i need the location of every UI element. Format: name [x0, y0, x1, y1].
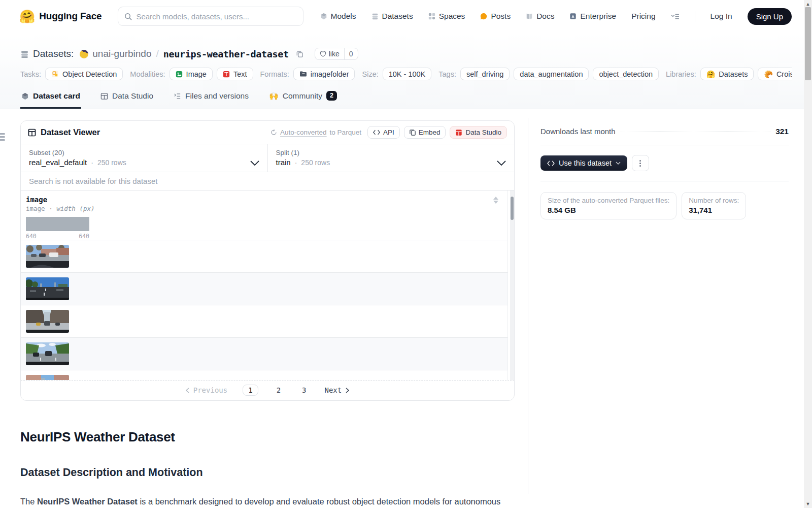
docs-icon: [526, 13, 533, 20]
chevron-right-icon: [346, 388, 349, 393]
table-scrollbar-thumb[interactable]: [511, 197, 514, 220]
tab-dataset-card[interactable]: Dataset card: [20, 87, 81, 109]
column-subtype: width (px): [56, 205, 94, 212]
nav-enterprise-label: Enterprise: [580, 12, 616, 21]
library-croissant-label: Croissant: [776, 70, 792, 78]
use-this-dataset-button[interactable]: Use this dataset: [540, 155, 627, 171]
library-pill-datasets[interactable]: 🤗 Datasets: [700, 68, 754, 80]
table-row[interactable]: [21, 272, 508, 305]
dataset-viewer-panel: Dataset Viewer Auto-converted to Parquet…: [20, 120, 515, 401]
files-versions-icon: [174, 92, 181, 100]
login-label: Log In: [710, 12, 732, 21]
dataset-name[interactable]: neurips-weather-dataset: [163, 49, 289, 59]
nav-divider: [695, 11, 695, 22]
split-dropdown[interactable]: Split (1) train · 250 rows: [267, 144, 515, 172]
nav-enterprise[interactable]: Enterprise: [569, 12, 616, 21]
width-histogram-bar[interactable]: [26, 217, 89, 231]
api-label: API: [383, 129, 394, 136]
data-studio-button[interactable]: Data Studio: [450, 126, 507, 139]
data-studio-label: Data Studio: [465, 129, 501, 136]
row-count-stat: Number of rows: 31,741: [682, 192, 746, 219]
table-row[interactable]: [21, 337, 508, 370]
owner-avatar[interactable]: [80, 50, 88, 58]
auto-converted-link[interactable]: Auto-converted to Parquet: [270, 129, 361, 136]
row-image-thumbnail[interactable]: [26, 342, 69, 365]
like-button[interactable]: like: [315, 48, 345, 59]
split-row-count: 250 rows: [301, 158, 330, 167]
breadcrumb-separator: /: [155, 48, 159, 59]
page-button-1[interactable]: 1: [243, 385, 258, 396]
format-pill-imagefolder[interactable]: imagefolder: [293, 68, 355, 80]
embed-button[interactable]: Embed: [404, 126, 446, 139]
table-row[interactable]: [21, 240, 508, 272]
tab-files-and-versions[interactable]: Files and versions: [173, 87, 250, 109]
posts-icon: [480, 13, 487, 20]
modality-pill-text[interactable]: Text: [217, 68, 253, 80]
paragraph-text: is a benchmark designed to develop and e…: [138, 497, 500, 506]
kebab-icon: [639, 160, 641, 167]
table-scrollbar[interactable]: [510, 190, 514, 380]
nav-posts[interactable]: Posts: [480, 12, 511, 21]
parquet-size-value: 8.54 GB: [548, 206, 669, 214]
paragraph-text: The: [20, 497, 37, 506]
column-header-image[interactable]: image image · width (px) 640 640: [21, 190, 508, 240]
downloads-value: 321: [775, 127, 789, 136]
row-image-thumbnail[interactable]: [26, 277, 69, 300]
huggingface-logo[interactable]: 🤗 Hugging Face: [19, 9, 101, 24]
size-pill[interactable]: 10K - 100K: [383, 68, 432, 80]
enterprise-icon: [569, 13, 577, 20]
list-dropdown-icon: [671, 13, 680, 20]
tag-pill-object-detection[interactable]: object_detection: [593, 68, 659, 80]
modality-image-label: Image: [186, 70, 207, 78]
library-datasets-label: Datasets: [719, 70, 748, 78]
object-detection-icon: [51, 70, 59, 78]
datasets-breadcrumb-label[interactable]: Datasets:: [33, 48, 74, 59]
copy-name-button[interactable]: [296, 50, 303, 58]
toc-toggle-icon[interactable]: [0, 133, 5, 141]
login-button[interactable]: Log In: [710, 12, 732, 21]
search-input[interactable]: [136, 12, 297, 21]
table-row[interactable]: [21, 370, 508, 380]
task-pill-object-detection[interactable]: Object Detection: [45, 68, 123, 80]
nav-datasets[interactable]: Datasets: [371, 12, 413, 21]
tab-community[interactable]: 🙌 Community 2: [268, 87, 338, 109]
row-image-thumbnail[interactable]: [26, 245, 69, 268]
right-sidebar: Downloads last month 321 Use this datase…: [528, 118, 812, 494]
readme-paragraph: The NeurIPS Weather Dataset is a benchma…: [20, 495, 507, 508]
sort-icon[interactable]: [493, 197, 498, 204]
page-scrollbar[interactable]: ▲ ▼: [804, 0, 812, 508]
dataset-meta-row: Tasks: Object Detection Modalities: Imag…: [20, 68, 792, 80]
library-pill-croissant[interactable]: 🥐 Croissant: [758, 68, 792, 80]
nav-more-menu[interactable]: [671, 13, 680, 20]
page-scrollbar-thumb[interactable]: [805, 7, 811, 80]
signup-label: Sign Up: [756, 12, 783, 21]
split-label: Split (1): [276, 149, 506, 156]
table-row[interactable]: [21, 305, 508, 337]
next-page-button[interactable]: Next: [325, 386, 350, 394]
modality-pill-image[interactable]: Image: [170, 68, 213, 80]
nav-docs[interactable]: Docs: [526, 12, 554, 21]
nav-pricing[interactable]: Pricing: [631, 12, 655, 21]
page-button-2[interactable]: 2: [274, 385, 284, 395]
api-button[interactable]: API: [367, 126, 400, 139]
previous-page-button[interactable]: Previous: [186, 386, 227, 394]
tag-pill-self-driving[interactable]: self_driving: [460, 68, 510, 80]
formats-label: Formats:: [260, 70, 289, 78]
tab-data-studio[interactable]: Data Studio: [99, 87, 154, 109]
scroll-down-arrow[interactable]: ▼: [804, 500, 812, 508]
nav-spaces[interactable]: Spaces: [428, 12, 465, 21]
global-search[interactable]: [118, 7, 303, 26]
page-button-3[interactable]: 3: [299, 385, 309, 395]
row-image-thumbnail[interactable]: [26, 375, 69, 380]
chevron-down-icon: [497, 161, 506, 166]
more-options-button[interactable]: [632, 155, 649, 171]
tag-pill-data-augmentation[interactable]: data_augmentation: [514, 68, 589, 80]
viewer-search-input[interactable]: [29, 172, 506, 190]
subset-dropdown[interactable]: Subset (20) real_eval_default · 250 rows: [21, 144, 267, 172]
row-image-thumbnail[interactable]: [26, 310, 69, 333]
like-count[interactable]: 0: [345, 48, 358, 59]
tab-dataset-card-label: Dataset card: [33, 91, 80, 101]
signup-button[interactable]: Sign Up: [748, 8, 792, 25]
nav-models[interactable]: Models: [320, 12, 356, 21]
owner-link[interactable]: unai-gurbindo: [92, 48, 151, 59]
